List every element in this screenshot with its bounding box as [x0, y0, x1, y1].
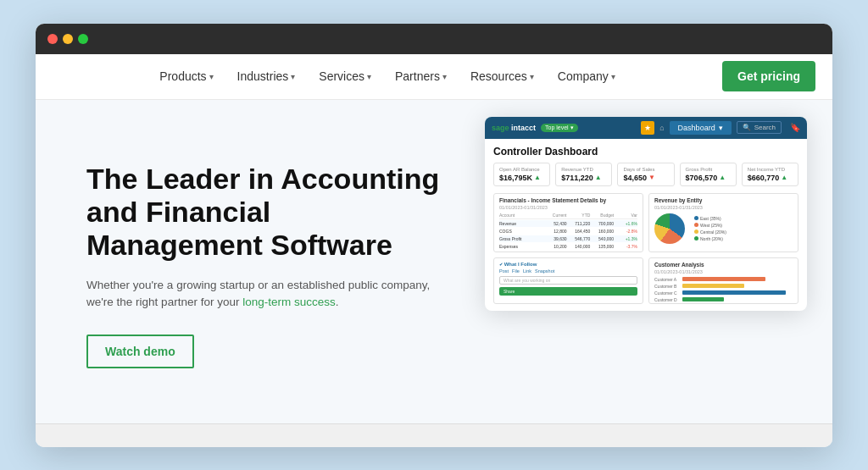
chart-customer-analysis: Customer Analysis 01/01/2023-01/31/2023 … [648, 257, 798, 304]
snapshot-action[interactable]: Snapshot [535, 268, 554, 274]
trend-up-icon: ▲ [719, 174, 726, 181]
nav-label-industries: Industries [237, 69, 289, 83]
nav-item-resources[interactable]: Resources ▾ [460, 63, 544, 90]
hbar-bar-1 [682, 277, 765, 281]
nav-item-industries[interactable]: Industries ▾ [227, 63, 306, 90]
metric-open-ar: Open AR Balance $16,795K ▲ [493, 163, 550, 186]
metric-label-4: Net Income YTD [748, 167, 793, 172]
hero-section: The Leader in Accounting and Financial M… [36, 100, 832, 423]
chevron-down-icon: ▾ [291, 72, 295, 81]
chevron-down-icon: ▾ [719, 124, 723, 132]
dashboard-logo-area: sage intacct Top level ▾ [492, 124, 578, 132]
intacct-text: intacct [511, 124, 536, 132]
watch-demo-button[interactable]: Watch demo [86, 335, 194, 368]
follow-input[interactable]: What are you working on [499, 276, 637, 285]
hero-subtitle-text2: we're the right partner for your [86, 296, 242, 308]
close-button-dot[interactable] [47, 34, 58, 44]
bookmark-icon[interactable]: 🔖 [790, 123, 800, 132]
browser-titlebar [36, 24, 832, 54]
trend-down-icon: ▼ [648, 174, 655, 181]
what-i-follow-title: ✔ What I Follow [499, 262, 637, 267]
hbar-bar-4 [682, 297, 724, 301]
nav-item-company[interactable]: Company ▾ [548, 63, 626, 90]
nav-label-resources: Resources [470, 69, 527, 83]
metric-value-3: $706,570 ▲ [686, 174, 731, 182]
metric-label-2: Days of Sales [623, 167, 668, 172]
star-icon[interactable]: ★ [641, 121, 654, 135]
trend-up-icon: ▲ [534, 174, 541, 181]
nav-item-products[interactable]: Products ▾ [149, 63, 223, 90]
hbar-row-4: Customer D [654, 297, 793, 302]
hero-subtitle: Whether you're a growing startup or an e… [86, 277, 442, 312]
chevron-down-icon: ▾ [530, 72, 534, 81]
nav-item-partners[interactable]: Partners ▾ [385, 63, 457, 90]
metric-gross-profit: Gross Profit $706,570 ▲ [680, 163, 737, 186]
dashboard-screenshot: sage intacct Top level ▾ ★ ⌂ Dashboard ▾ [485, 117, 807, 311]
main-navbar: Products ▾ Industries ▾ Services ▾ Partn… [36, 54, 832, 100]
metrics-row: Open AR Balance $16,795K ▲ Revenue YTD $… [493, 163, 798, 186]
hbar-bar-2 [682, 284, 744, 288]
search-label: Search [754, 124, 776, 131]
nav-label-services: Services [319, 69, 364, 83]
hbar-label-4: Customer D [654, 297, 680, 302]
sage-green-text: sage [492, 124, 509, 132]
footer-bar [36, 423, 832, 447]
nav-links: Products ▾ Industries ▾ Services ▾ Partn… [53, 63, 722, 90]
hero-left-content: The Leader in Accounting and Financial M… [86, 163, 442, 369]
chevron-down-icon: ▾ [442, 72, 447, 81]
dashboard-heading: Controller Dashboard [493, 146, 798, 158]
chevron-down-icon: ▾ [209, 72, 214, 81]
chart3-title: Customer Analysis [654, 262, 793, 268]
get-pricing-button[interactable]: Get pricing [722, 61, 815, 91]
hero-title: The Leader in Accounting and Financial M… [86, 163, 442, 262]
metric-net-income: Net Income YTD $660,770 ▲ [742, 163, 798, 186]
chevron-down-icon: ▾ [611, 72, 615, 81]
customer-bars: Customer A Customer B Customer C [654, 277, 793, 302]
trend-up-icon: ▲ [595, 174, 602, 181]
chart2-title: Revenue by Entity [654, 197, 793, 203]
trend-up-icon: ▲ [781, 174, 787, 181]
metric-label-1: Revenue YTD [561, 167, 606, 172]
top-level-badge[interactable]: Top level ▾ [541, 124, 578, 132]
home-icon[interactable]: ⌂ [659, 124, 664, 132]
hbar-label-2: Customer B [654, 284, 680, 289]
nav-label-products: Products [159, 69, 206, 83]
metric-value-1: $711,220 ▲ [561, 174, 606, 182]
hbar-row-3: Customer C [654, 290, 793, 296]
hbar-bar-3 [682, 290, 786, 295]
hbar-row-1: Customer A [654, 277, 793, 282]
dashboard-title-pill[interactable]: Dashboard ▾ [670, 121, 732, 135]
dashboard-topbar: sage intacct Top level ▾ ★ ⌂ Dashboard ▾ [485, 117, 807, 139]
chart2-subtitle: 01/01/2023-01/31/2023 [654, 205, 793, 210]
hero-subtitle-end: . [336, 296, 339, 308]
chart1-title: Financials - Income Statement Details by [499, 197, 637, 203]
hero-subtitle-link[interactable]: long-term success [242, 296, 336, 308]
charts-row: Financials - Income Statement Details by… [493, 193, 798, 252]
post-action[interactable]: Post [499, 268, 509, 274]
dashboard-body: Controller Dashboard Open AR Balance $16… [485, 139, 807, 311]
chart-income-statement: Financials - Income Statement Details by… [493, 193, 643, 252]
minimize-button-dot[interactable] [63, 34, 73, 44]
search-icon: 🔍 [743, 124, 751, 131]
chart3-subtitle: 01/01/2023-01/31/2023 [654, 269, 793, 274]
bottom-cards: ✔ What I Follow Post File Link Snapshot … [493, 257, 798, 304]
hbar-label-1: Customer A [654, 277, 680, 282]
link-action[interactable]: Link [523, 268, 531, 274]
nav-label-partners: Partners [395, 69, 440, 83]
dashboard-title-text: Dashboard [678, 124, 715, 132]
chart-revenue-entity: Revenue by Entity 01/01/2023-01/31/2023 … [648, 193, 798, 252]
sage-intacct-logo: sage intacct [492, 124, 536, 132]
hbar-row-2: Customer B [654, 284, 793, 289]
metric-days-sales: Days of Sales $4,650 ▼ [617, 163, 674, 186]
metric-label-3: Gross Profit [686, 167, 731, 172]
fullscreen-button-dot[interactable] [78, 34, 88, 44]
follow-actions: Post File Link Snapshot [499, 268, 637, 274]
nav-label-company: Company [558, 69, 609, 83]
browser-window: Products ▾ Industries ▾ Services ▾ Partn… [36, 24, 832, 447]
file-action[interactable]: File [512, 268, 520, 274]
follow-submit-button[interactable]: Share [499, 287, 637, 296]
what-i-follow-card: ✔ What I Follow Post File Link Snapshot … [493, 257, 643, 304]
nav-item-services[interactable]: Services ▾ [309, 63, 381, 90]
hbar-label-3: Customer C [654, 290, 680, 296]
dashboard-search[interactable]: 🔍 Search [737, 121, 782, 134]
